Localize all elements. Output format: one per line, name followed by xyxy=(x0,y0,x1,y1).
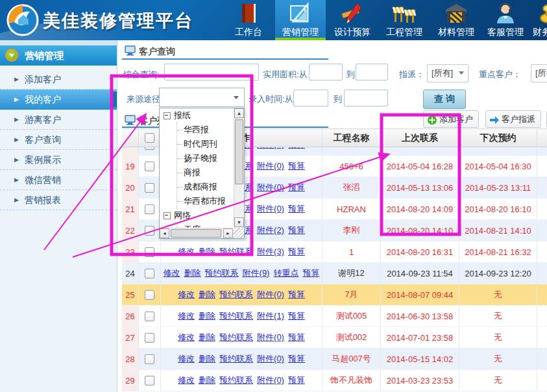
row-checkbox[interactable] xyxy=(145,204,154,214)
sidebar-item-案例展示[interactable]: ▶案例展示 xyxy=(0,150,117,170)
action-link-修改[interactable]: 修改 xyxy=(164,267,180,279)
action-link-修改[interactable]: 修改 xyxy=(178,332,195,343)
nav-item-工程管理[interactable]: 工程管理 xyxy=(379,0,430,40)
nav-item-营销管理[interactable]: 营销管理 xyxy=(275,0,326,40)
collapse-minus-icon[interactable] xyxy=(164,112,171,119)
action-link-预约联系[interactable]: 预约联系 xyxy=(219,246,253,258)
action-link-删除[interactable]: 删除 xyxy=(199,374,215,386)
action-link-预算[interactable]: 预算 xyxy=(288,246,305,258)
action-link-预算[interactable]: 预算 xyxy=(288,160,305,172)
row-checkbox[interactable] xyxy=(145,269,154,278)
tree-item-时代周刊[interactable]: 时代周刊 xyxy=(160,137,234,151)
search-button[interactable]: 查 询 xyxy=(423,90,466,109)
vertical-scroll-thumb[interactable] xyxy=(235,119,243,184)
nav-item-财务管理[interactable]: $财务管理 xyxy=(526,0,547,40)
tree-item-天府[interactable]: 天府 xyxy=(160,223,234,228)
scroll-up-button[interactable]: ▲ xyxy=(234,108,244,118)
action-link-附件(0)[interactable]: 附件(0) xyxy=(257,160,284,172)
action-link-预算[interactable]: 预算 xyxy=(288,289,305,300)
vip-select[interactable]: [所有] xyxy=(531,64,547,82)
action-link-附件(0)[interactable]: 附件(0) xyxy=(257,182,284,193)
action-link-预约联系[interactable]: 预约联系 xyxy=(205,267,239,279)
action-link-预算[interactable]: 预算 xyxy=(288,182,305,193)
action-link-删除[interactable]: 删除 xyxy=(199,289,215,300)
tree-item-商报[interactable]: 商报 xyxy=(160,165,234,180)
action-link-删除[interactable]: 删除 xyxy=(199,353,215,365)
sidebar-item-游离客户[interactable]: ▶游离客户 xyxy=(0,110,117,130)
action-link-修改[interactable]: 修改 xyxy=(178,289,195,300)
sidebar-header[interactable]: 营销管理 xyxy=(0,45,117,66)
scroll-right-button[interactable]: ► xyxy=(223,228,233,238)
row-checkbox[interactable] xyxy=(145,376,154,386)
select-all-checkbox[interactable] xyxy=(145,133,154,143)
action-link-预算[interactable]: 预算 xyxy=(288,332,305,343)
collapse-minus-icon[interactable] xyxy=(164,212,171,219)
sidebar-item-添加客户[interactable]: ▶添加客户 xyxy=(0,69,117,90)
tree-node-报纸[interactable]: 报纸 xyxy=(160,108,234,123)
time-from-input[interactable] xyxy=(293,90,328,106)
tree-item-华西都市报[interactable]: 华西都市报 xyxy=(160,194,234,208)
sidebar-item-我的客户[interactable]: ▶我的客户 xyxy=(0,90,117,110)
action-link-附件(9)[interactable]: 附件(9) xyxy=(243,267,270,279)
add-customer-button[interactable]: 添加客户 xyxy=(423,110,479,128)
tree-item-成都商报[interactable]: 成都商报 xyxy=(160,180,234,194)
action-link-删除[interactable]: 删除 xyxy=(199,246,215,258)
tree-item-华西报[interactable]: 华西报 xyxy=(160,123,234,137)
action-link-预算[interactable]: 预算 xyxy=(288,147,305,151)
keyword-input[interactable] xyxy=(164,64,259,80)
row-checkbox[interactable] xyxy=(145,147,154,150)
action-link-修改[interactable]: 修改 xyxy=(178,353,195,365)
tree-node-网络[interactable]: 网络 xyxy=(160,208,234,223)
action-link-预算[interactable]: 预算 xyxy=(288,203,305,215)
action-link-附件(3)[interactable]: 附件(3) xyxy=(257,246,284,258)
horizontal-scroll-thumb[interactable] xyxy=(171,229,221,238)
action-link-删除[interactable]: 删除 xyxy=(184,267,201,279)
collapse-circle-icon[interactable] xyxy=(5,49,18,62)
assign-select[interactable]: [所有] xyxy=(427,64,468,82)
action-link-删除[interactable]: 删除 xyxy=(199,310,215,322)
action-link-预约联系[interactable]: 预约联系 xyxy=(219,374,253,386)
row-checkbox[interactable] xyxy=(145,290,154,300)
action-link-预约联系[interactable]: 预约联系 xyxy=(219,353,253,365)
scroll-down-button[interactable]: ▼ xyxy=(234,217,244,227)
action-link-修改[interactable]: 修改 xyxy=(178,246,195,258)
action-link-附件(1)[interactable]: 附件(1) xyxy=(257,310,284,322)
tree-item-扬子晚报[interactable]: 扬子晚报 xyxy=(160,151,234,165)
action-link-修改[interactable]: 修改 xyxy=(178,374,195,386)
nav-item-客服管理[interactable]: 客服管理 xyxy=(480,0,531,40)
action-link-附件(0)[interactable]: 附件(0) xyxy=(257,147,284,151)
time-to-input[interactable] xyxy=(344,90,388,106)
action-link-预算[interactable]: 预算 xyxy=(288,225,305,236)
action-link-预约联系[interactable]: 预约联系 xyxy=(219,332,253,343)
nav-item-工作台[interactable]: 工作台 xyxy=(223,0,274,40)
action-link-删除[interactable]: 删除 xyxy=(199,332,215,343)
row-checkbox[interactable] xyxy=(145,183,154,193)
action-link-预约联系[interactable]: 预约联系 xyxy=(219,289,253,300)
row-checkbox[interactable] xyxy=(145,247,154,257)
sidebar-item-客户查询[interactable]: ▶客户查询 xyxy=(0,130,117,150)
area-to-input[interactable] xyxy=(356,64,388,80)
action-link-附件(2)[interactable]: 附件(2) xyxy=(257,225,284,236)
action-link-附件(0)[interactable]: 附件(0) xyxy=(257,332,284,343)
action-link-预算[interactable]: 预算 xyxy=(288,374,305,386)
horizontal-scrollbar[interactable]: ◄ ► xyxy=(160,228,234,238)
row-checkbox[interactable] xyxy=(145,312,154,321)
action-link-附件(0)[interactable]: 附件(0) xyxy=(257,289,284,300)
vertical-scrollbar[interactable]: ▲ ▼ xyxy=(234,108,244,228)
row-checkbox[interactable] xyxy=(145,226,154,236)
nav-item-设计预算[interactable]: 设计预算 xyxy=(327,0,378,40)
source-combobox[interactable] xyxy=(159,88,245,107)
action-link-预算[interactable]: 预算 xyxy=(288,310,305,322)
row-checkbox[interactable] xyxy=(145,333,154,343)
row-checkbox[interactable] xyxy=(145,354,154,364)
action-link-附件(0)[interactable]: 附件(0) xyxy=(257,353,284,365)
resize-grip[interactable] xyxy=(233,228,244,238)
action-link-附件(0)[interactable]: 附件(0) xyxy=(257,374,284,386)
area-from-input[interactable] xyxy=(309,64,343,80)
scroll-left-button[interactable]: ◄ xyxy=(160,228,169,238)
action-link-修改[interactable]: 修改 xyxy=(178,310,195,322)
action-link-转重点[interactable]: 转重点 xyxy=(273,267,298,279)
nav-item-材料管理[interactable]: 材料管理 xyxy=(431,0,481,40)
action-link-预约联系[interactable]: 预约联系 xyxy=(219,310,253,322)
assign-customer-button[interactable]: 客户指派 xyxy=(485,110,541,128)
